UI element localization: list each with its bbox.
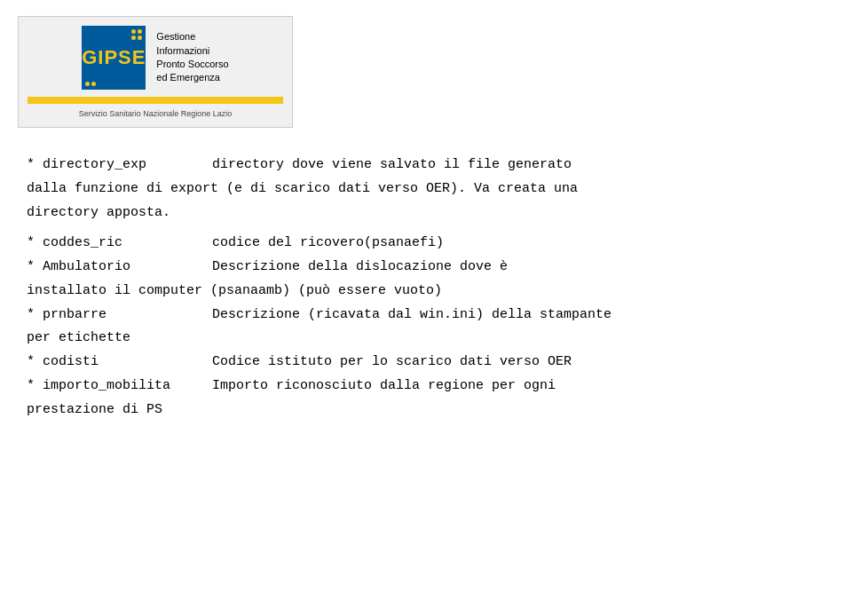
param-name-coddes-ric: * coddes_ric bbox=[27, 233, 204, 255]
subtitle-line1: Gestione bbox=[156, 30, 228, 43]
param-desc-coddes-ric: codice del ricovero(psanaefi) bbox=[204, 235, 444, 250]
param-desc-importo-mobilita: Importo riconosciuto dalla regione per o… bbox=[204, 378, 556, 393]
param-block-directory: * directory_exp directory dove viene sal… bbox=[27, 154, 825, 177]
param-desc-directory-exp: directory dove viene salvato il file gen… bbox=[204, 157, 572, 172]
param-block-coddes: * coddes_ric codice del ricovero(psanaef… bbox=[27, 233, 825, 255]
gipse-logo: GIPSE bbox=[82, 26, 146, 90]
param-name-ambulatorio: * Ambulatorio bbox=[27, 257, 204, 279]
param-block-ambulatorio: * Ambulatorio Descrizione della dislocaz… bbox=[27, 257, 825, 279]
content-area: * directory_exp directory dove viene sal… bbox=[0, 137, 852, 440]
line3: directory apposta. bbox=[27, 202, 825, 225]
param-name-codisti: * codisti bbox=[27, 351, 204, 374]
param-desc-codisti: Codice istituto per lo scarico dati vers… bbox=[204, 354, 572, 369]
param-name-directory-exp: * directory_exp bbox=[27, 154, 204, 177]
subtitle-line3: Pronto Soccorso bbox=[156, 58, 228, 71]
param-desc-prnbarre: Descrizione (ricavata dal win.ini) della… bbox=[204, 307, 611, 322]
param-block-codisti: * codisti Codice istituto per lo scarico… bbox=[27, 351, 825, 374]
yellow-bar bbox=[28, 97, 283, 104]
logo-subtitle: Gestione Informazioni Pronto Soccorso ed… bbox=[156, 30, 228, 85]
line8: per etichette bbox=[27, 328, 825, 350]
subtitle-line4: ed Emergenza bbox=[156, 71, 228, 84]
logo-box: GIPSE Gestione Informazioni Pronto Socco… bbox=[18, 16, 293, 128]
line2: dalla funzione di export (e di scarico d… bbox=[27, 178, 825, 201]
param-name-prnbarre: * prnbarre bbox=[27, 304, 204, 327]
param-block-prnbarre: * prnbarre Descrizione (ricavata dal win… bbox=[27, 304, 825, 327]
subtitle-line2: Informazioni bbox=[156, 44, 228, 58]
param-name-importo-mobilita: * importo_mobilita bbox=[27, 375, 204, 398]
line6: installato il computer (psanaamb) (può e… bbox=[27, 280, 825, 303]
logo-inner: GIPSE Gestione Informazioni Pronto Socco… bbox=[82, 26, 228, 90]
header-section: GIPSE Gestione Informazioni Pronto Socco… bbox=[0, 0, 852, 137]
ssn-line: Servizio Sanitario Nazionale Regione Laz… bbox=[28, 109, 283, 118]
param-desc-ambulatorio: Descrizione della dislocazione dove è bbox=[204, 259, 508, 274]
content-text: * directory_exp directory dove viene sal… bbox=[27, 154, 825, 421]
gipse-logo-label: GIPSE bbox=[82, 46, 146, 69]
param-block-importo: * importo_mobilita Importo riconosciuto … bbox=[27, 375, 825, 398]
line11: prestazione di PS bbox=[27, 399, 825, 422]
